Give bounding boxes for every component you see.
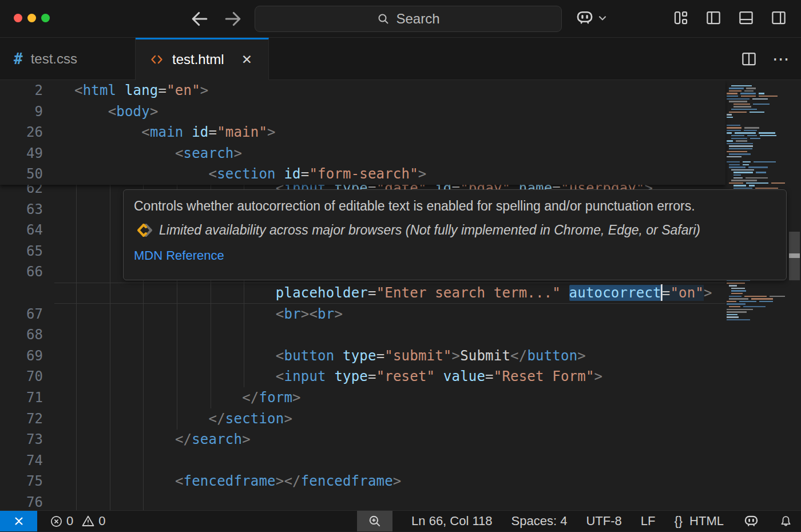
tooltip-description: Controls whether autocorrection of edita… [134,198,776,214]
sticky-scroll-line[interactable]: 50<section id="form-search"> [0,164,725,185]
warning-icon [81,514,95,528]
indent-guide [110,199,110,220]
toggle-panel-button[interactable] [736,8,756,27]
split-editor-icon [740,50,758,68]
line-number: 64 [0,220,43,241]
error-count: 0 [66,514,73,529]
indent-guide [110,450,110,471]
code-line[interactable]: 67<br><br> [0,304,725,325]
status-bar: 0 0 Ln 66, Col 118 Spaces: 4 UTF-8 LF {}… [0,510,801,531]
search-icon [376,12,390,26]
indent-guide [76,261,77,283]
layout-sidebar-left-icon [705,9,722,26]
code-line[interactable]: 72</section> [0,408,725,430]
navigate-forward-button[interactable] [221,7,245,31]
navigate-back-button[interactable] [188,7,212,31]
sticky-scroll-line[interactable]: 9<body> [0,101,725,122]
code-line[interactable]: 73</search> [0,429,725,450]
sticky-scroll-line[interactable]: 49<search> [0,143,725,164]
copilot-status-button[interactable] [743,513,760,530]
line-number: 70 [0,366,43,387]
code-line[interactable]: 75<fencedframe></fencedframe> [0,471,725,492]
vscode-window: Search [0,0,801,532]
tooltip-compat-note: Limited availability across major browse… [159,223,700,238]
indent-guide [76,492,77,510]
line-number: 73 [0,429,43,450]
titlebar: Search [0,0,801,38]
search-placeholder: Search [396,11,439,27]
indent-guide [244,324,244,346]
zoom-in-icon [367,514,382,529]
hover-tooltip: Controls whether autocorrection of edita… [123,189,787,280]
line-number: 65 [0,241,43,262]
zoom-status-button[interactable] [357,511,392,531]
chevron-down-icon [597,13,608,23]
arrow-right-icon [221,7,245,31]
indent-guide [76,324,77,346]
editor-pane[interactable]: 62<input type="date" id="bday" name="use… [0,80,801,510]
cursor-position-status[interactable]: Ln 66, Col 118 [411,514,492,529]
sticky-scroll[interactable]: 2<html lang="en">9<body>26<main id="main… [0,80,725,185]
code-line[interactable]: 70<input type="reset" value="Reset Form"… [0,366,725,387]
indent-guide [76,199,77,220]
indent-guide [110,241,110,262]
code-line[interactable]: placeholder="Enter search term..." autoc… [0,283,725,304]
indent-guide [76,241,77,262]
line-number: 9 [0,101,43,122]
code-line[interactable]: 69<button type="submit">Submit</button> [0,346,725,367]
minimize-window-button[interactable] [27,14,36,22]
line-number: 75 [0,471,43,492]
error-icon [50,515,63,528]
language-mode-status[interactable]: {} HTML [674,514,724,529]
command-center-search[interactable]: Search [255,6,562,32]
sticky-scroll-line[interactable]: 26<main id="main"> [0,122,725,143]
bell-icon [779,514,793,529]
remote-indicator-button[interactable] [0,511,37,531]
code-line[interactable]: 76 [0,492,725,510]
customize-layout-button[interactable] [671,8,691,27]
code-line[interactable]: 68 [0,324,725,346]
arrow-left-icon [188,7,212,31]
tab-label: test.css [31,51,77,67]
close-tab-icon[interactable]: ✕ [239,51,255,69]
warning-count: 0 [98,514,105,529]
indent-guide [110,261,110,283]
problems-status-button[interactable]: 0 0 [50,514,106,529]
indent-guide [143,324,144,346]
css-file-icon: # [14,50,23,68]
indent-guide [110,220,110,241]
notifications-bell-button[interactable] [779,514,793,529]
more-actions-button[interactable]: ⋯ [772,49,791,69]
toggle-secondary-sidebar-button[interactable] [769,8,788,27]
indent-guide [110,492,110,510]
indent-guide [211,324,211,346]
language-label: HTML [689,514,724,529]
encoding-status[interactable]: UTF-8 [586,514,621,529]
tab-test-css[interactable]: # test.css [0,38,136,80]
sticky-scroll-line[interactable]: 2<html lang="en"> [0,80,725,101]
indent-guide [143,492,144,510]
line-number: 72 [0,408,43,430]
tab-test-html[interactable]: test.html ✕ [136,38,269,80]
line-number: 26 [0,122,43,143]
code-line[interactable]: 74 [0,450,725,471]
line-number: 63 [0,199,43,220]
close-window-button[interactable] [14,14,22,22]
copilot-icon [574,7,595,28]
customize-layout-icon [672,9,689,26]
code-line[interactable]: 71</form> [0,387,725,408]
indentation-status[interactable]: Spaces: 4 [511,514,568,529]
toggle-primary-sidebar-button[interactable] [704,8,723,27]
mdn-reference-link[interactable]: MDN Reference [134,248,224,263]
line-number: 71 [0,387,43,408]
copilot-menu-button[interactable] [574,7,608,28]
braces-icon: {} [674,514,683,529]
eol-status[interactable]: LF [641,514,656,529]
line-number: 49 [0,143,43,164]
line-number: 2 [0,80,43,101]
copilot-icon [743,513,760,530]
maximize-window-button[interactable] [41,14,50,22]
split-editor-button[interactable] [740,50,758,68]
line-number: 68 [0,324,43,346]
indent-guide [76,220,77,241]
